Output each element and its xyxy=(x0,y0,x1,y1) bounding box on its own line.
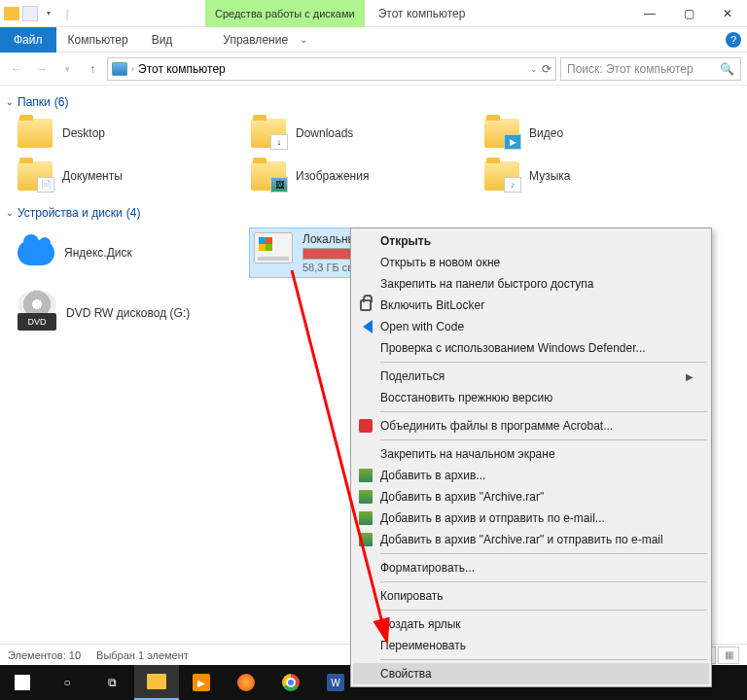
address-bar-row: ← → ▾ ↑ › Этот компьютер ⌄ ⟳ Поиск: Этот… xyxy=(0,52,747,86)
folders-section-count: (6) xyxy=(54,95,69,109)
ctx-bitlocker[interactable]: Включить BitLocker xyxy=(353,295,709,316)
ctx-add-archive[interactable]: Добавить в архив... xyxy=(353,465,709,486)
search-icon: 🔍 xyxy=(720,62,734,76)
ctx-format[interactable]: Форматировать... xyxy=(353,557,709,578)
ctx-archive-email[interactable]: Добавить в архив и отправить по e-mail..… xyxy=(353,508,709,529)
taskbar-chrome[interactable] xyxy=(268,665,313,700)
ctx-rename[interactable]: Переименовать xyxy=(353,635,709,656)
task-view-button[interactable]: ⧉ xyxy=(89,665,134,700)
context-menu: Открыть Открыть в новом окне Закрепить н… xyxy=(350,228,712,687)
ctx-properties[interactable]: Свойства xyxy=(353,663,709,684)
refresh-icon[interactable]: ⟳ xyxy=(542,62,551,76)
ctx-create-shortcut[interactable]: Создать ярлык xyxy=(353,613,709,635)
folder-music[interactable]: ♪ Музыка xyxy=(482,159,696,192)
taskbar-app-1[interactable] xyxy=(224,665,268,700)
ctx-separator xyxy=(380,439,707,440)
ribbon-view-tab[interactable]: Вид xyxy=(140,27,185,52)
folder-icon: ♪ xyxy=(484,161,519,191)
device-dvd-rw[interactable]: DVD DVD RW дисковод (G:) xyxy=(16,288,230,338)
folder-label: Видео xyxy=(529,126,563,140)
folder-desktop[interactable]: Desktop xyxy=(16,117,230,150)
qat-separator: | xyxy=(59,6,75,21)
folders-section-header[interactable]: ⌄ Папки (6) xyxy=(6,91,741,117)
quick-access-toolbar: ▾ | xyxy=(0,6,79,21)
nav-forward-button[interactable]: → xyxy=(31,58,53,80)
folder-label: Изображения xyxy=(296,169,369,183)
title-bar: ▾ | Средства работы с дисками Этот компь… xyxy=(0,0,747,27)
ctx-copy[interactable]: Копировать xyxy=(353,585,709,607)
ctx-add-archive-rar[interactable]: Добавить в архив "Archive.rar" xyxy=(353,486,709,508)
folder-label: Музыка xyxy=(529,169,570,183)
device-label: Яндекс.Диск xyxy=(64,246,132,260)
search-input[interactable]: Поиск: Этот компьютер 🔍 xyxy=(560,57,741,81)
window-controls: ― ▢ ✕ xyxy=(630,0,747,27)
windows-logo-icon xyxy=(259,237,272,251)
ctx-archive-rar-email[interactable]: Добавить в архив "Archive.rar" и отправи… xyxy=(353,529,709,550)
ctx-separator xyxy=(380,411,707,412)
ctx-open-new-window[interactable]: Открыть в новом окне xyxy=(353,252,709,273)
ctx-share[interactable]: Поделиться▶ xyxy=(353,366,709,387)
ctx-pin-start[interactable]: Закрепить на начальном экране xyxy=(353,443,709,465)
folder-icon xyxy=(18,119,53,148)
ribbon-computer-tab[interactable]: Компьютер xyxy=(56,27,140,52)
winrar-icon xyxy=(358,468,374,483)
ctx-restore-previous[interactable]: Восстановить прежнюю версию xyxy=(353,387,709,408)
nav-back-button[interactable]: ← xyxy=(6,58,27,80)
folder-icon: ↓ xyxy=(251,119,286,148)
winrar-icon xyxy=(358,510,374,526)
ctx-separator xyxy=(380,610,707,611)
qat-properties-icon[interactable] xyxy=(22,6,38,21)
ribbon-file-tab[interactable]: Файл xyxy=(0,27,56,52)
acrobat-icon xyxy=(358,418,374,434)
this-pc-icon xyxy=(112,62,127,76)
qat-dropdown-icon[interactable]: ▾ xyxy=(41,6,56,21)
taskbar-explorer[interactable] xyxy=(134,665,179,700)
folder-label: Документы xyxy=(62,169,123,183)
ribbon-collapse-icon[interactable]: ⌄ xyxy=(300,34,307,45)
ctx-open[interactable]: Открыть xyxy=(353,230,709,252)
addr-history-dropdown-icon[interactable]: ⌄ xyxy=(530,64,538,74)
folder-video[interactable]: ▶ Видео xyxy=(482,117,696,150)
status-selection: Выбран 1 элемент xyxy=(96,649,189,661)
devices-section-count: (4) xyxy=(126,206,141,220)
view-large-icons-button[interactable]: ▦ xyxy=(718,647,739,664)
breadcrumb-chevron-icon[interactable]: › xyxy=(131,64,134,74)
ctx-acrobat-combine[interactable]: Объединить файлы в программе Acrobat... xyxy=(353,415,709,437)
maximize-button[interactable]: ▢ xyxy=(669,0,708,27)
device-label: DVD RW дисковод (G:) xyxy=(66,306,190,320)
search-button[interactable]: ○ xyxy=(45,665,89,700)
ctx-pin-quick-access[interactable]: Закрепить на панели быстрого доступа xyxy=(353,273,709,295)
device-yandex-disk[interactable]: Яндекс.Диск xyxy=(16,228,230,278)
collapse-icon: ⌄ xyxy=(6,208,14,218)
folder-downloads[interactable]: ↓ Downloads xyxy=(249,117,463,150)
ribbon-manage-tab[interactable]: Управление xyxy=(211,27,300,52)
dvd-label-icon: DVD xyxy=(18,313,56,331)
folder-icon: 📄 xyxy=(18,161,53,191)
search-placeholder: Поиск: Этот компьютер xyxy=(567,62,694,76)
minimize-button[interactable]: ― xyxy=(630,0,669,27)
app-icon[interactable] xyxy=(4,6,19,21)
folder-icon: ▶ xyxy=(484,119,519,148)
address-bar[interactable]: › Этот компьютер ⌄ ⟳ xyxy=(107,57,556,81)
folder-pictures[interactable]: 🖼 Изображения xyxy=(249,159,463,192)
devices-section-title: Устройства и диски xyxy=(18,206,123,220)
breadcrumb-location[interactable]: Этот компьютер xyxy=(138,62,226,76)
ctx-defender-scan[interactable]: Проверка с использованием Windows Defend… xyxy=(353,337,709,359)
devices-section-header[interactable]: ⌄ Устройства и диски (4) xyxy=(6,202,741,228)
start-button[interactable] xyxy=(0,665,45,700)
nav-recent-dropdown[interactable]: ▾ xyxy=(56,58,78,80)
folder-label: Desktop xyxy=(62,126,105,140)
close-button[interactable]: ✕ xyxy=(708,0,747,27)
folder-label: Downloads xyxy=(296,126,353,140)
ctx-separator xyxy=(380,553,707,554)
nav-up-button[interactable]: ↑ xyxy=(82,58,103,80)
help-icon[interactable]: ? xyxy=(726,32,741,48)
taskbar-media-player[interactable]: ▶ xyxy=(179,665,224,700)
window-title: Этот компьютер xyxy=(378,7,466,20)
folder-documents[interactable]: 📄 Документы xyxy=(16,159,230,192)
ctx-open-with-code[interactable]: Open with Code xyxy=(353,316,709,337)
submenu-arrow-icon: ▶ xyxy=(686,371,694,382)
drive-icon xyxy=(254,232,293,263)
ribbon: Файл Компьютер Вид Управление ⌄ ? xyxy=(0,27,747,52)
ctx-separator xyxy=(380,362,707,363)
